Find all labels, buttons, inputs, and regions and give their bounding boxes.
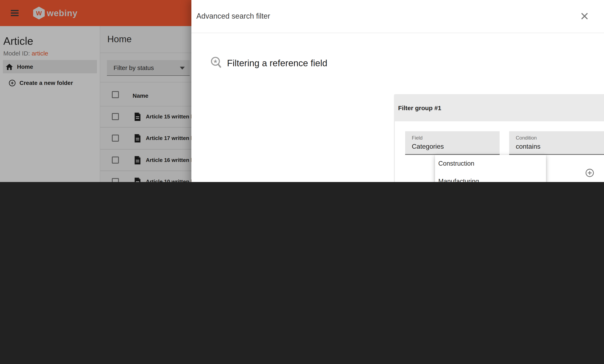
condition-label: Condition [516,135,537,141]
dialog-header: Advanced search filter [191,0,604,33]
dropdown-option[interactable]: Manufacturing [435,173,546,182]
advanced-search-icon: ★ [211,56,222,70]
value-autocomplete-dropdown: Construction Manufacturing Information T… [435,155,546,182]
field-value: Categories [412,143,444,150]
svg-text:★: ★ [213,58,218,64]
filter-group-header: Filter group #1 Match all conditions [395,95,604,121]
dropdown-option[interactable]: Construction [435,155,546,173]
advanced-search-filter-dialog: Advanced search filter ★ Filtering a ref… [191,0,604,182]
screen: W webiny Article Model ID: article Home … [0,0,604,182]
close-icon[interactable] [580,12,589,21]
dialog-title: Advanced search filter [196,12,270,21]
field-label: Field [412,135,423,141]
condition-select[interactable]: Condition contains [509,131,604,155]
add-condition-plus-icon[interactable] [585,169,594,177]
filter-group-title: Filter group #1 [398,104,441,111]
condition-value: contains [516,143,541,150]
field-select[interactable]: Field Categories [405,131,500,155]
filter-name-title: Filtering a reference field [227,58,327,69]
